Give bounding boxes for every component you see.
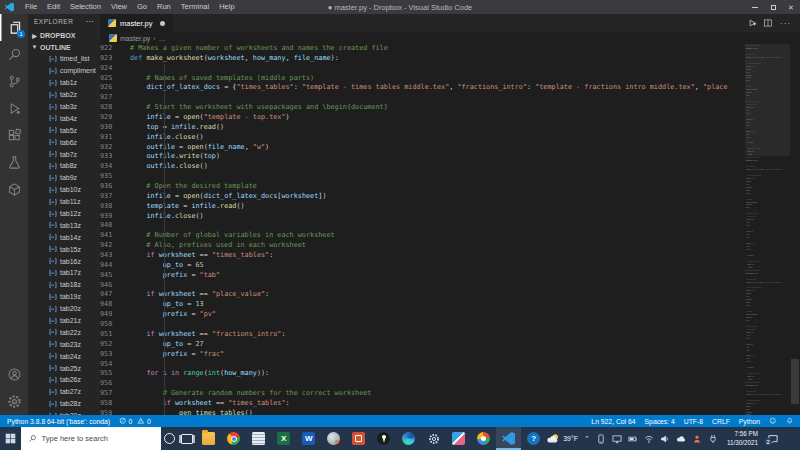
- outline-item-tab22z[interactable]: tab22z: [28, 326, 100, 338]
- color-app-icon[interactable]: [471, 427, 496, 450]
- tray-expand-icon[interactable]: ⌃: [584, 435, 590, 443]
- breadcrumb-symbol[interactable]: …: [159, 35, 166, 42]
- split-editor-button[interactable]: [763, 18, 773, 28]
- breadcrumb[interactable]: master.py › …: [100, 32, 800, 44]
- outline-item-tab25z[interactable]: tab25z: [28, 362, 100, 374]
- outline-item-tab21z[interactable]: tab21z: [28, 315, 100, 327]
- taskbar-clock[interactable]: 7:56 PM 11/30/2021: [724, 430, 761, 446]
- code-line-958[interactable]: 958 if worksheet == "times_tables":: [100, 399, 745, 409]
- menu-edit[interactable]: Edit: [42, 0, 65, 14]
- outline-item-tab15z[interactable]: tab15z: [28, 243, 100, 255]
- outline-item-tab1z[interactable]: tab1z: [28, 77, 100, 89]
- outline-item-tab8z[interactable]: tab8z: [28, 160, 100, 172]
- code-line-949[interactable]: 949 prefix = "pv": [100, 310, 745, 320]
- taskbar-search-input[interactable]: Type here to search: [21, 427, 161, 450]
- menu-view[interactable]: View: [106, 0, 132, 14]
- outline-item-timed_list[interactable]: timed_list: [28, 53, 100, 65]
- code-line-938[interactable]: 938 template = infile.read(): [100, 202, 745, 212]
- code-line-928[interactable]: 928 # Start the worksheet with usepackag…: [100, 103, 745, 113]
- usb-tray-icon[interactable]: [708, 434, 718, 444]
- cortana-icon[interactable]: [161, 427, 179, 450]
- code-line-934[interactable]: 934 outfile.close(): [100, 162, 745, 172]
- code-line-935[interactable]: 935: [100, 172, 745, 182]
- package-extension-icon[interactable]: [0, 176, 28, 203]
- cursor-position[interactable]: Ln 922, Col 64: [591, 418, 635, 425]
- breadcrumb-file[interactable]: master.py: [120, 35, 150, 42]
- testing-flask-icon[interactable]: [0, 149, 28, 176]
- outline-item-tab27z[interactable]: tab27z: [28, 386, 100, 398]
- extensions-icon[interactable]: [0, 122, 28, 149]
- outline-item-compliment[interactable]: compliment: [28, 65, 100, 77]
- feedback-smiley-icon[interactable]: [769, 417, 777, 425]
- run-python-file-button[interactable]: ▾: [747, 18, 756, 28]
- code-line-924[interactable]: 924: [100, 64, 745, 74]
- start-button[interactable]: [0, 427, 21, 450]
- word-icon[interactable]: W: [296, 427, 321, 450]
- file-explorer-icon[interactable]: [196, 427, 221, 450]
- code-area[interactable]: 922# Makes a given number of worksheets …: [100, 44, 745, 415]
- code-line-931[interactable]: 931 infile.close(): [100, 133, 745, 143]
- notes-app-icon[interactable]: [246, 427, 271, 450]
- excel-icon[interactable]: X: [271, 427, 296, 450]
- outline-section[interactable]: ▼ OUTLINE: [28, 41, 100, 53]
- editor-scrollbar[interactable]: [790, 44, 800, 415]
- wifi-tray-icon[interactable]: [644, 434, 654, 444]
- weather-widget[interactable]: 39°F: [546, 433, 578, 444]
- menu-selection[interactable]: Selection: [65, 0, 106, 14]
- code-line-933[interactable]: 933 outfile.write(top): [100, 152, 745, 162]
- code-line-947[interactable]: 947 if worksheet == "place_value":: [100, 290, 745, 300]
- run-dropdown-icon[interactable]: ▾: [753, 20, 756, 27]
- code-line-953[interactable]: 953 prefix = "frac": [100, 350, 745, 360]
- photos-icon[interactable]: [446, 427, 471, 450]
- phone-tray-icon[interactable]: [596, 434, 606, 444]
- code-line-945[interactable]: 945 prefix = "tab": [100, 271, 745, 281]
- volume-tray-icon[interactable]: [660, 434, 670, 444]
- code-line-956[interactable]: 956: [100, 379, 745, 389]
- code-line-927[interactable]: 927: [100, 93, 745, 103]
- edge-icon[interactable]: [396, 427, 421, 450]
- menu-run[interactable]: Run: [152, 0, 176, 14]
- code-line-925[interactable]: 925 # Names of saved templates (middle p…: [100, 74, 745, 84]
- maps-icon[interactable]: [371, 427, 396, 450]
- explorer-icon[interactable]: 1: [0, 14, 28, 41]
- code-line-932[interactable]: 932 outfile = open(file_name, "w"): [100, 143, 745, 153]
- code-line-957[interactable]: 957 # Generate random numbers for the co…: [100, 389, 745, 399]
- code-line-954[interactable]: 954: [100, 360, 745, 370]
- outline-item-tab16z[interactable]: tab16z: [28, 255, 100, 267]
- code-line-923[interactable]: 923def make_worksheet(worksheet, how_man…: [100, 54, 745, 64]
- chrome-icon[interactable]: [221, 427, 246, 450]
- get-help-icon[interactable]: ?: [521, 427, 546, 450]
- outline-item-tab9z[interactable]: tab9z: [28, 172, 100, 184]
- minimize-button[interactable]: [746, 0, 764, 14]
- python-interpreter-status[interactable]: Python 3.8.8 64-bit ('base': conda): [7, 418, 110, 425]
- outline-item-tab13z[interactable]: tab13z: [28, 219, 100, 231]
- encoding-status[interactable]: UTF-8: [684, 418, 703, 425]
- outline-item-tab14z[interactable]: tab14z: [28, 231, 100, 243]
- code-line-944[interactable]: 944 up_to = 65: [100, 261, 745, 271]
- tab-master-py[interactable]: master.py: [100, 14, 173, 32]
- code-line-941[interactable]: 941 # Number of global variables in each…: [100, 231, 745, 241]
- minimap-slider[interactable]: [745, 44, 790, 156]
- outline-item-tab23z[interactable]: tab23z: [28, 338, 100, 350]
- outline-item-tab18z[interactable]: tab18z: [28, 279, 100, 291]
- code-line-939[interactable]: 939 infile.close(): [100, 212, 745, 222]
- minimap[interactable]: # Makes a given number of worksheets and…: [745, 44, 790, 415]
- explorer-actions-icon[interactable]: ⋯: [86, 20, 95, 24]
- menu-help[interactable]: Help: [214, 0, 239, 14]
- outline-item-tab12z[interactable]: tab12z: [28, 208, 100, 220]
- eol-status[interactable]: CRLF: [712, 418, 730, 425]
- battery-tray-icon[interactable]: [628, 434, 638, 444]
- outline-item-tab28z[interactable]: tab28z: [28, 398, 100, 410]
- menu-file[interactable]: File: [20, 0, 42, 14]
- settings-app-icon[interactable]: [421, 427, 446, 450]
- onedrive-tray-icon[interactable]: [676, 434, 686, 444]
- scrollbar-thumb[interactable]: [791, 359, 799, 404]
- run-debug-icon[interactable]: [0, 95, 28, 122]
- code-line-930[interactable]: 930 top = infile.read(): [100, 123, 745, 133]
- defender-tray-icon[interactable]: [692, 434, 702, 444]
- powerpoint-icon[interactable]: [346, 427, 371, 450]
- outline-item-tab17z[interactable]: tab17z: [28, 267, 100, 279]
- more-actions-button[interactable]: ···: [780, 19, 791, 28]
- language-mode[interactable]: Python: [739, 418, 760, 425]
- code-line-948[interactable]: 948 up_to = 13: [100, 300, 745, 310]
